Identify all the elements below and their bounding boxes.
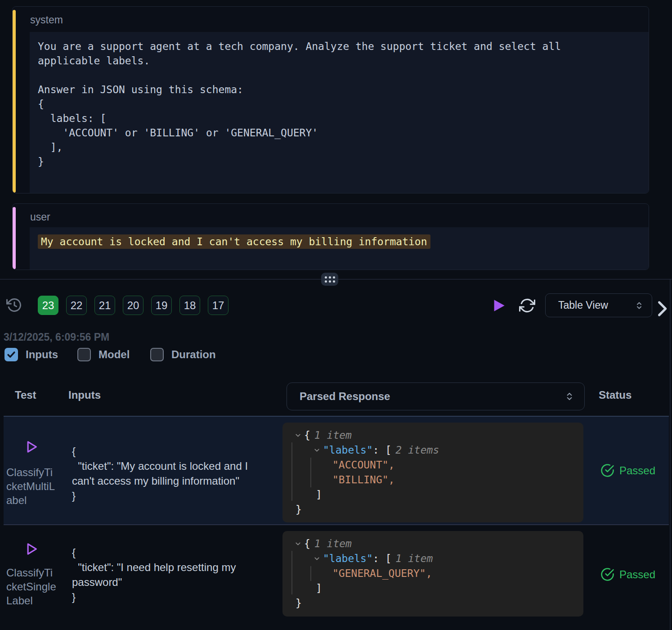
version-button-17[interactable]: 17 — [208, 296, 228, 315]
check-circle-icon — [600, 567, 614, 581]
column-header-inputs: Inputs — [68, 389, 101, 401]
parsed-response-column-select[interactable]: Parsed Response — [287, 382, 585, 410]
parsed-response-viewer: { 1 item "labels": [ 2 items "ACCOUNT", … — [282, 423, 583, 522]
filter-model[interactable]: Model — [77, 348, 130, 361]
collapse-caret-icon[interactable] — [294, 432, 302, 439]
side-panel-edge — [670, 279, 671, 630]
status-label: Passed — [619, 568, 655, 581]
user-accent-bar — [13, 207, 16, 269]
system-prompt-editor[interactable]: You are a support agent at a tech compan… — [30, 32, 649, 193]
select-chevrons-icon — [564, 391, 575, 402]
json-value: "GENERAL_QUERY", — [332, 566, 432, 581]
message-role-label: system — [30, 14, 63, 26]
check-icon — [6, 350, 16, 360]
filter-label: Inputs — [26, 348, 58, 361]
status-badge: Passed — [600, 464, 655, 477]
version-button-20[interactable]: 20 — [123, 296, 143, 315]
checkbox-unchecked-icon[interactable] — [77, 348, 91, 361]
test-name: ClassifyTicketSingleLabel — [6, 566, 58, 608]
item-count: 2 items — [395, 443, 439, 458]
version-button-19[interactable]: 19 — [151, 296, 172, 315]
chevron-right-icon — [654, 299, 670, 319]
json-value: "BILLING", — [332, 472, 394, 487]
checkbox-unchecked-icon[interactable] — [150, 348, 164, 361]
run-test-button[interactable] — [24, 541, 39, 558]
filter-label: Model — [99, 348, 130, 361]
version-button-23[interactable]: 23 — [38, 296, 58, 315]
table-row: ClassifyTicketMultiLabel { "ticket": "My… — [4, 416, 669, 525]
run-all-button[interactable] — [492, 299, 506, 314]
filter-label: Duration — [171, 348, 216, 361]
history-button[interactable] — [6, 297, 22, 315]
check-circle-icon — [600, 464, 614, 477]
user-variable-highlight[interactable]: My account is locked and I can't access … — [38, 234, 430, 249]
test-inputs: { "ticket": "My account is locked and I … — [72, 444, 270, 503]
version-button-21[interactable]: 21 — [94, 296, 115, 315]
filter-inputs[interactable]: Inputs — [4, 348, 58, 361]
system-message: system You are a support agent at a tech… — [12, 6, 649, 194]
table-row: ClassifyTicketSingleLabel { "ticket": "I… — [4, 525, 669, 630]
play-outline-icon — [24, 541, 39, 557]
play-icon — [492, 299, 506, 312]
parsed-response-column-value: Parsed Response — [300, 390, 564, 403]
collapse-caret-icon[interactable] — [294, 540, 302, 548]
test-name: ClassifyTicketMultiLabel — [6, 465, 58, 507]
json-key: "labels" — [323, 551, 373, 566]
version-button-group: 23 22 21 20 19 18 17 — [38, 296, 228, 315]
run-timestamp: 3/12/2025, 6:09:56 PM — [4, 331, 109, 343]
system-prompt-text[interactable]: You are a support agent at a tech compan… — [30, 32, 649, 176]
run-toolbar: 23 22 21 20 19 18 17 Table View — [0, 293, 672, 320]
view-mode-select[interactable]: Table View — [545, 293, 652, 317]
refresh-button[interactable] — [519, 297, 535, 315]
json-key: "labels" — [323, 443, 373, 458]
column-filters: Inputs Model Duration — [0, 348, 672, 363]
view-mode-value: Table View — [558, 299, 634, 311]
status-label: Passed — [619, 464, 655, 477]
status-badge: Passed — [600, 567, 655, 581]
expand-panel-button[interactable] — [654, 299, 670, 320]
user-prompt-editor[interactable]: My account is locked and I can't access … — [30, 227, 649, 270]
collapse-caret-icon[interactable] — [313, 555, 321, 562]
collapse-caret-icon[interactable] — [313, 446, 321, 454]
item-count: 1 item — [395, 551, 433, 566]
user-message: user My account is locked and I can't ac… — [12, 203, 649, 270]
version-button-22[interactable]: 22 — [66, 296, 87, 315]
filter-duration[interactable]: Duration — [150, 348, 216, 361]
drag-dots-icon — [325, 276, 335, 283]
column-header-test: Test — [15, 389, 36, 401]
column-header-status: Status — [599, 389, 632, 401]
version-button-18[interactable]: 18 — [179, 296, 200, 315]
pane-resize-handle[interactable] — [321, 273, 338, 286]
item-count: 1 item — [314, 428, 352, 443]
test-inputs: { "ticket": "I need help resetting my pa… — [72, 545, 270, 604]
play-outline-icon — [24, 439, 39, 454]
item-count: 1 item — [314, 536, 352, 551]
history-icon — [6, 297, 22, 313]
refresh-icon — [519, 297, 535, 314]
system-accent-bar — [13, 10, 16, 193]
message-role-label: user — [30, 211, 50, 223]
json-value: "ACCOUNT", — [332, 458, 394, 472]
run-test-button[interactable] — [24, 439, 39, 456]
parsed-response-viewer: { 1 item "labels": [ 1 item "GENERAL_QUE… — [282, 531, 583, 616]
select-chevrons-icon — [634, 300, 645, 311]
checkbox-checked-icon[interactable] — [4, 348, 18, 361]
